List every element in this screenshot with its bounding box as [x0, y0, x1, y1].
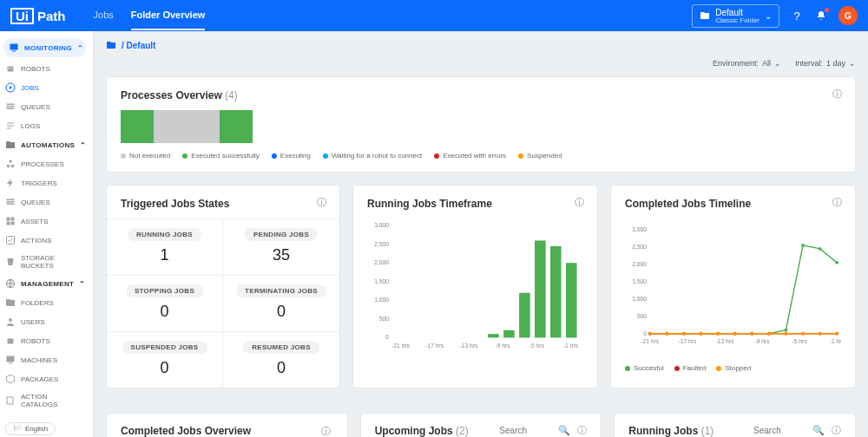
- tab-jobs[interactable]: Jobs: [94, 1, 114, 30]
- logo-text: Path: [37, 9, 66, 23]
- svg-text:3,000: 3,000: [632, 226, 647, 232]
- triggered-cell: STOPPING JOBS0: [107, 275, 223, 331]
- sidebar-item-folders[interactable]: FOLDERS: [0, 293, 89, 312]
- sidebar-item-users[interactable]: USERS: [0, 312, 89, 331]
- notifications-button[interactable]: [814, 9, 828, 23]
- info-button[interactable]: ⓘ: [575, 196, 587, 208]
- user-icon: [5, 316, 16, 327]
- sidebar-item-jobs[interactable]: JOBS: [0, 78, 89, 97]
- package-icon: [5, 374, 16, 384]
- svg-rect-19: [550, 246, 562, 338]
- user-avatar[interactable]: G: [838, 6, 858, 25]
- svg-text:0: 0: [385, 334, 389, 340]
- svg-rect-16: [503, 330, 515, 338]
- filter-interval[interactable]: Interval: 1 day ⌄: [795, 59, 856, 68]
- sidebar-item-robots-mgmt[interactable]: ROBOTS: [0, 331, 89, 350]
- info-button[interactable]: ⓘ: [832, 196, 845, 208]
- cell-value: 35: [230, 246, 332, 264]
- card-title: Processes Overview (4): [121, 89, 841, 101]
- svg-point-58: [648, 332, 652, 336]
- upcoming-jobs-card: Upcoming Jobs (2) 🔍 ⓘ: [360, 413, 602, 437]
- svg-text:2,000: 2,000: [374, 259, 389, 265]
- sidebar-item-processes[interactable]: PROCESSES: [0, 154, 89, 173]
- svg-point-45: [835, 261, 838, 264]
- svg-text:-1 hrs: -1 hrs: [563, 342, 579, 349]
- completed-jobs-overview-card: Completed Jobs Overview ⓘ: [106, 413, 348, 437]
- sidebar-section-management[interactable]: MANAGEMENT ⌃: [0, 274, 89, 293]
- filter-environment[interactable]: Environment: All ⌄: [713, 59, 781, 68]
- process-tile[interactable]: [187, 110, 220, 143]
- info-button[interactable]: ⓘ: [577, 424, 587, 437]
- main-content[interactable]: / Default Environment: All ⌄ Interval: 1…: [94, 31, 868, 437]
- help-button[interactable]: ?: [790, 9, 804, 23]
- sitemap-icon: [5, 159, 16, 169]
- svg-text:-9 hrs: -9 hrs: [754, 338, 770, 344]
- sidebar-item-triggers[interactable]: TRIGGERS: [0, 173, 89, 192]
- sidebar: MONITORING ⌃ ROBOTS JOBS QUEUES LOGS AUT…: [0, 31, 94, 437]
- info-button[interactable]: ⓘ: [832, 88, 845, 100]
- sidebar-section-monitoring[interactable]: MONITORING ⌃: [3, 38, 86, 57]
- folder-type: Classic Folder: [715, 17, 760, 24]
- triggered-cell: PENDING JOBS35: [223, 218, 339, 275]
- svg-point-69: [835, 332, 838, 336]
- sidebar-item-assets[interactable]: ASSETS: [0, 212, 89, 231]
- globe-icon: [5, 278, 16, 289]
- process-tile[interactable]: [121, 110, 154, 143]
- info-button[interactable]: ⓘ: [317, 196, 329, 208]
- card-title: Completed Jobs Timeline: [625, 198, 841, 210]
- filter-bar: Environment: All ⌄ Interval: 1 day ⌄: [106, 59, 856, 68]
- item-label: MACHINES: [21, 356, 57, 364]
- svg-text:1,000: 1,000: [374, 297, 389, 303]
- sidebar-item-machines[interactable]: MACHINES: [0, 350, 89, 369]
- svg-text:2,500: 2,500: [374, 241, 389, 247]
- svg-point-63: [733, 332, 737, 336]
- breadcrumb[interactable]: / Default: [106, 40, 856, 50]
- svg-point-66: [785, 332, 788, 336]
- search-input[interactable]: [753, 426, 806, 435]
- search-input[interactable]: [499, 426, 551, 435]
- top-nav: Jobs Folder Overview: [94, 1, 206, 30]
- folder-icon: [5, 140, 16, 150]
- title-count: (4): [225, 89, 238, 101]
- info-button[interactable]: ⓘ: [832, 424, 841, 437]
- svg-text:-5 hrs: -5 hrs: [529, 342, 545, 349]
- info-button[interactable]: ⓘ: [321, 425, 333, 437]
- check-icon: [5, 235, 16, 245]
- process-tile[interactable]: [154, 110, 187, 143]
- process-tile[interactable]: [220, 110, 253, 143]
- tab-folder-overview[interactable]: Folder Overview: [131, 1, 206, 30]
- search-icon[interactable]: 🔍: [812, 425, 825, 436]
- item-label: FOLDERS: [21, 299, 54, 307]
- sidebar-item-packages[interactable]: PACKAGES: [0, 369, 89, 388]
- sidebar-item-queues[interactable]: QUEUES: [0, 97, 89, 116]
- sidebar-item-action-catalogs[interactable]: ACTION CATALOGS: [0, 388, 89, 413]
- search-icon[interactable]: 🔍: [558, 425, 570, 436]
- svg-point-67: [801, 332, 805, 336]
- svg-text:-9 hrs: -9 hrs: [496, 342, 511, 349]
- legend-item: Executing: [272, 152, 311, 160]
- sidebar-item-queues-auto[interactable]: QUEUES: [0, 192, 89, 212]
- language-selector[interactable]: 🏳️ English: [5, 422, 56, 435]
- list-icon: [5, 121, 16, 131]
- folder-selector[interactable]: Default Classic Folder ⌄: [692, 4, 779, 28]
- sidebar-item-robots[interactable]: ROBOTS: [0, 59, 89, 78]
- robot-icon: [5, 63, 16, 74]
- item-label: QUEUES: [21, 103, 50, 111]
- sidebar-section-automations[interactable]: AUTOMATIONS ⌃: [0, 135, 89, 154]
- sidebar-item-logs[interactable]: LOGS: [0, 116, 89, 135]
- queue-icon: [5, 101, 16, 112]
- filter-value: All: [762, 59, 771, 68]
- bolt-icon: [5, 178, 16, 188]
- svg-point-2: [11, 68, 13, 69]
- triggered-cell: RESUMED JOBS0: [223, 331, 339, 388]
- svg-text:1,500: 1,500: [374, 278, 389, 284]
- filter-value: 1 day: [826, 59, 845, 68]
- card-title: Triggered Jobs States: [107, 186, 339, 218]
- svg-point-1: [9, 68, 10, 69]
- sidebar-item-actions[interactable]: ACTIONS: [0, 231, 89, 250]
- section-label: MONITORING: [24, 44, 72, 52]
- sidebar-item-storage[interactable]: STORAGE BUCKETS: [0, 250, 89, 274]
- legend-item: Stopped: [716, 364, 751, 372]
- svg-text:-21 hrs: -21 hrs: [641, 338, 659, 344]
- item-label: ASSETS: [21, 218, 49, 225]
